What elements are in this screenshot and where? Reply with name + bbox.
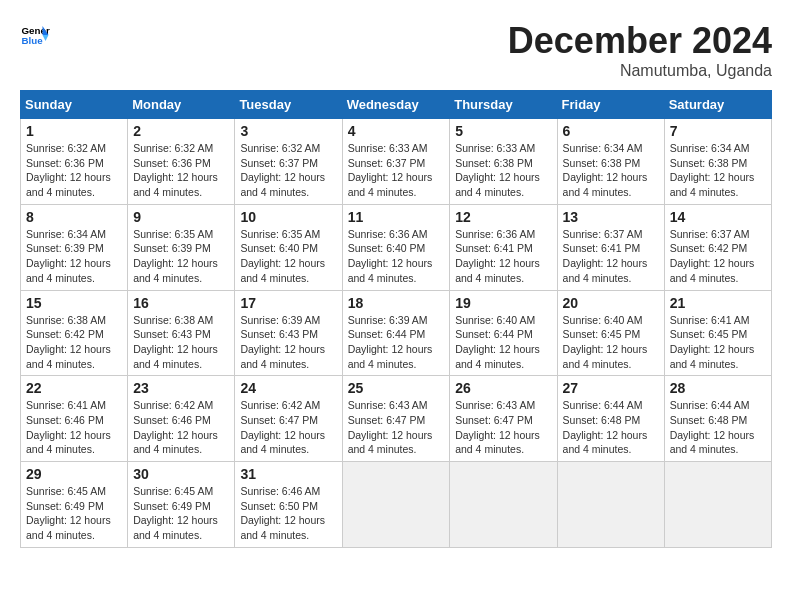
month-year-title: December 2024 xyxy=(508,20,772,62)
day-number: 19 xyxy=(455,295,551,311)
calendar-week-row: 8 Sunrise: 6:34 AM Sunset: 6:39 PM Dayli… xyxy=(21,204,772,290)
day-number: 1 xyxy=(26,123,122,139)
day-info: Sunrise: 6:41 AM Sunset: 6:45 PM Dayligh… xyxy=(670,313,766,372)
day-number: 30 xyxy=(133,466,229,482)
day-number: 7 xyxy=(670,123,766,139)
calendar-day-cell xyxy=(342,462,450,548)
calendar-day-cell: 12 Sunrise: 6:36 AM Sunset: 6:41 PM Dayl… xyxy=(450,204,557,290)
day-number: 20 xyxy=(563,295,659,311)
calendar-day-cell: 2 Sunrise: 6:32 AM Sunset: 6:36 PM Dayli… xyxy=(128,119,235,205)
header-tuesday: Tuesday xyxy=(235,91,342,119)
day-number: 13 xyxy=(563,209,659,225)
day-info: Sunrise: 6:32 AM Sunset: 6:36 PM Dayligh… xyxy=(26,141,122,200)
calendar-day-cell: 15 Sunrise: 6:38 AM Sunset: 6:42 PM Dayl… xyxy=(21,290,128,376)
calendar-day-cell: 27 Sunrise: 6:44 AM Sunset: 6:48 PM Dayl… xyxy=(557,376,664,462)
calendar-day-cell: 8 Sunrise: 6:34 AM Sunset: 6:39 PM Dayli… xyxy=(21,204,128,290)
calendar-day-cell: 7 Sunrise: 6:34 AM Sunset: 6:38 PM Dayli… xyxy=(664,119,771,205)
day-info: Sunrise: 6:39 AM Sunset: 6:43 PM Dayligh… xyxy=(240,313,336,372)
calendar-day-cell: 9 Sunrise: 6:35 AM Sunset: 6:39 PM Dayli… xyxy=(128,204,235,290)
day-info: Sunrise: 6:37 AM Sunset: 6:42 PM Dayligh… xyxy=(670,227,766,286)
day-info: Sunrise: 6:42 AM Sunset: 6:47 PM Dayligh… xyxy=(240,398,336,457)
header-friday: Friday xyxy=(557,91,664,119)
day-number: 18 xyxy=(348,295,445,311)
day-number: 28 xyxy=(670,380,766,396)
header-thursday: Thursday xyxy=(450,91,557,119)
title-area: December 2024 Namutumba, Uganda xyxy=(508,20,772,80)
calendar-day-cell: 1 Sunrise: 6:32 AM Sunset: 6:36 PM Dayli… xyxy=(21,119,128,205)
calendar-day-cell: 17 Sunrise: 6:39 AM Sunset: 6:43 PM Dayl… xyxy=(235,290,342,376)
day-number: 5 xyxy=(455,123,551,139)
day-info: Sunrise: 6:43 AM Sunset: 6:47 PM Dayligh… xyxy=(348,398,445,457)
weekday-header-row: Sunday Monday Tuesday Wednesday Thursday… xyxy=(21,91,772,119)
calendar-week-row: 22 Sunrise: 6:41 AM Sunset: 6:46 PM Dayl… xyxy=(21,376,772,462)
calendar-week-row: 15 Sunrise: 6:38 AM Sunset: 6:42 PM Dayl… xyxy=(21,290,772,376)
day-number: 22 xyxy=(26,380,122,396)
day-number: 26 xyxy=(455,380,551,396)
day-number: 3 xyxy=(240,123,336,139)
day-info: Sunrise: 6:43 AM Sunset: 6:47 PM Dayligh… xyxy=(455,398,551,457)
header-monday: Monday xyxy=(128,91,235,119)
calendar-day-cell: 24 Sunrise: 6:42 AM Sunset: 6:47 PM Dayl… xyxy=(235,376,342,462)
calendar-day-cell: 6 Sunrise: 6:34 AM Sunset: 6:38 PM Dayli… xyxy=(557,119,664,205)
day-info: Sunrise: 6:44 AM Sunset: 6:48 PM Dayligh… xyxy=(670,398,766,457)
day-info: Sunrise: 6:42 AM Sunset: 6:46 PM Dayligh… xyxy=(133,398,229,457)
day-info: Sunrise: 6:36 AM Sunset: 6:40 PM Dayligh… xyxy=(348,227,445,286)
day-number: 23 xyxy=(133,380,229,396)
svg-text:Blue: Blue xyxy=(22,35,44,46)
day-info: Sunrise: 6:35 AM Sunset: 6:39 PM Dayligh… xyxy=(133,227,229,286)
day-info: Sunrise: 6:34 AM Sunset: 6:39 PM Dayligh… xyxy=(26,227,122,286)
calendar-day-cell xyxy=(664,462,771,548)
day-number: 8 xyxy=(26,209,122,225)
calendar-day-cell xyxy=(557,462,664,548)
calendar-day-cell: 22 Sunrise: 6:41 AM Sunset: 6:46 PM Dayl… xyxy=(21,376,128,462)
calendar-day-cell: 25 Sunrise: 6:43 AM Sunset: 6:47 PM Dayl… xyxy=(342,376,450,462)
calendar-day-cell: 23 Sunrise: 6:42 AM Sunset: 6:46 PM Dayl… xyxy=(128,376,235,462)
calendar-day-cell: 29 Sunrise: 6:45 AM Sunset: 6:49 PM Dayl… xyxy=(21,462,128,548)
calendar-day-cell: 26 Sunrise: 6:43 AM Sunset: 6:47 PM Dayl… xyxy=(450,376,557,462)
calendar-day-cell xyxy=(450,462,557,548)
day-number: 24 xyxy=(240,380,336,396)
day-number: 27 xyxy=(563,380,659,396)
day-info: Sunrise: 6:34 AM Sunset: 6:38 PM Dayligh… xyxy=(563,141,659,200)
calendar-day-cell: 28 Sunrise: 6:44 AM Sunset: 6:48 PM Dayl… xyxy=(664,376,771,462)
day-info: Sunrise: 6:40 AM Sunset: 6:44 PM Dayligh… xyxy=(455,313,551,372)
day-number: 6 xyxy=(563,123,659,139)
day-info: Sunrise: 6:38 AM Sunset: 6:43 PM Dayligh… xyxy=(133,313,229,372)
day-info: Sunrise: 6:46 AM Sunset: 6:50 PM Dayligh… xyxy=(240,484,336,543)
day-info: Sunrise: 6:41 AM Sunset: 6:46 PM Dayligh… xyxy=(26,398,122,457)
logo-icon: General Blue xyxy=(20,20,50,50)
calendar-day-cell: 11 Sunrise: 6:36 AM Sunset: 6:40 PM Dayl… xyxy=(342,204,450,290)
calendar-table: Sunday Monday Tuesday Wednesday Thursday… xyxy=(20,90,772,548)
day-number: 25 xyxy=(348,380,445,396)
day-number: 2 xyxy=(133,123,229,139)
day-info: Sunrise: 6:33 AM Sunset: 6:38 PM Dayligh… xyxy=(455,141,551,200)
calendar-day-cell: 10 Sunrise: 6:35 AM Sunset: 6:40 PM Dayl… xyxy=(235,204,342,290)
calendar-day-cell: 19 Sunrise: 6:40 AM Sunset: 6:44 PM Dayl… xyxy=(450,290,557,376)
day-number: 17 xyxy=(240,295,336,311)
day-number: 9 xyxy=(133,209,229,225)
day-info: Sunrise: 6:33 AM Sunset: 6:37 PM Dayligh… xyxy=(348,141,445,200)
calendar-day-cell: 13 Sunrise: 6:37 AM Sunset: 6:41 PM Dayl… xyxy=(557,204,664,290)
calendar-day-cell: 30 Sunrise: 6:45 AM Sunset: 6:49 PM Dayl… xyxy=(128,462,235,548)
calendar-week-row: 29 Sunrise: 6:45 AM Sunset: 6:49 PM Dayl… xyxy=(21,462,772,548)
day-number: 15 xyxy=(26,295,122,311)
day-number: 14 xyxy=(670,209,766,225)
day-number: 11 xyxy=(348,209,445,225)
day-info: Sunrise: 6:32 AM Sunset: 6:36 PM Dayligh… xyxy=(133,141,229,200)
day-number: 29 xyxy=(26,466,122,482)
day-info: Sunrise: 6:44 AM Sunset: 6:48 PM Dayligh… xyxy=(563,398,659,457)
day-info: Sunrise: 6:45 AM Sunset: 6:49 PM Dayligh… xyxy=(26,484,122,543)
calendar-day-cell: 14 Sunrise: 6:37 AM Sunset: 6:42 PM Dayl… xyxy=(664,204,771,290)
logo: General Blue xyxy=(20,20,50,50)
day-number: 31 xyxy=(240,466,336,482)
header-saturday: Saturday xyxy=(664,91,771,119)
day-info: Sunrise: 6:36 AM Sunset: 6:41 PM Dayligh… xyxy=(455,227,551,286)
day-info: Sunrise: 6:32 AM Sunset: 6:37 PM Dayligh… xyxy=(240,141,336,200)
day-number: 21 xyxy=(670,295,766,311)
svg-marker-3 xyxy=(43,35,49,41)
calendar-day-cell: 16 Sunrise: 6:38 AM Sunset: 6:43 PM Dayl… xyxy=(128,290,235,376)
page-header: General Blue December 2024 Namutumba, Ug… xyxy=(20,20,772,80)
header-wednesday: Wednesday xyxy=(342,91,450,119)
calendar-day-cell: 21 Sunrise: 6:41 AM Sunset: 6:45 PM Dayl… xyxy=(664,290,771,376)
day-number: 16 xyxy=(133,295,229,311)
